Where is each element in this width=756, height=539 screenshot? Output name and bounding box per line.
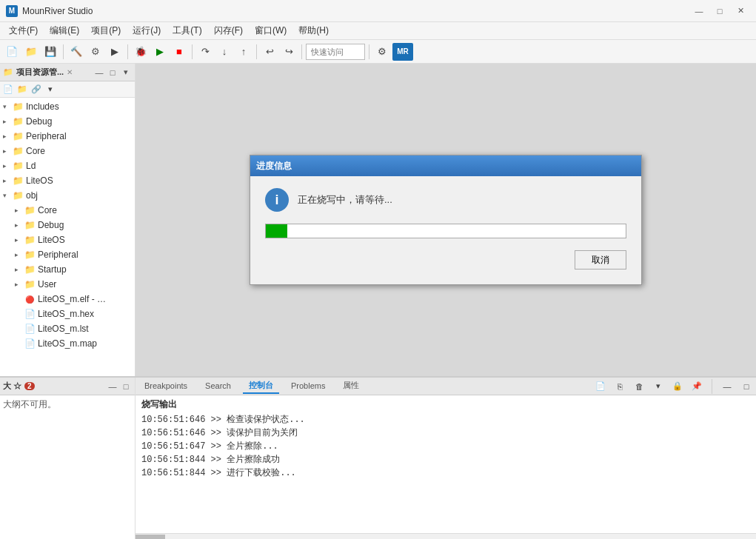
sidebar-min-btn[interactable]: — [93,67,105,78]
tb-open[interactable]: 📁 [22,43,40,61]
console-copy-btn[interactable]: ⎘ [613,380,626,393]
console-new-btn[interactable]: 📄 [594,380,607,393]
tree-node-icon: 🔴 [24,293,36,305]
console-min[interactable]: — [720,380,734,393]
tb-debug[interactable]: 🐞 [132,43,150,61]
tree-arrow-icon: ▸ [15,281,24,288]
tb-step-over[interactable]: ↷ [196,43,214,61]
quick-access-input[interactable] [306,44,365,60]
tree-item[interactable]: ▸📁Debug [0,218,135,232]
console-line: 10:56:51:844 >> 进行下载校验... [141,466,750,480]
tb-save[interactable]: 💾 [41,43,59,61]
tree-arrow-icon: ▸ [3,177,12,184]
tree-item[interactable]: 📄LiteOS_m.hex [0,307,135,321]
tb-redo[interactable]: ↪ [280,43,298,61]
minimize-button[interactable]: — [689,3,709,19]
outline-max-btn[interactable]: □ [120,381,132,392]
sidebar-max-btn[interactable]: □ [107,67,118,78]
tree-item[interactable]: ▸📁Core [0,203,135,218]
tree-node-label: obj [26,190,38,201]
console-header: BreakpointsSearch控制台Problems属性 📄 ⎘ 🗑 ▾ 🔒… [136,378,756,395]
menu-item-运行(J)[interactable]: 运行(J) [127,23,167,38]
tree-node-label: Ld [26,161,36,171]
console-tab-控制台[interactable]: 控制台 [243,378,279,394]
tree-item[interactable]: 📄LiteOS_m.lst [0,321,135,336]
console-scrollbar[interactable] [136,533,756,539]
maximize-button[interactable]: □ [710,3,729,19]
close-button[interactable]: ✕ [731,3,750,19]
menu-item-项目(P)[interactable]: 项目(P) [85,23,127,38]
editor-area: 进度信息 i 正在烧写中，请等待... 取消 [136,64,756,376]
tree-node-label: User [38,279,56,289]
tb-build[interactable]: 🔨 [67,43,85,61]
tree-item[interactable]: ▸📁User [0,277,135,292]
cancel-button[interactable]: 取消 [575,250,626,270]
console-scroll-lock[interactable]: 🔒 [671,380,684,393]
tree-item[interactable]: ▸📁Peripheral [0,247,135,262]
tb-build2[interactable]: ⚙ [87,43,104,61]
sidebar-close-icon[interactable]: ✕ [67,68,73,76]
console-tab-Problems[interactable]: Problems [285,380,331,393]
tree-node-icon: 📁 [12,145,24,157]
tb-new[interactable]: 📄 [3,43,21,61]
tree-node-icon: 📁 [24,219,36,231]
menu-item-帮助(H)[interactable]: 帮助(H) [292,23,335,38]
tb-step-out[interactable]: ↑ [235,43,252,61]
sidebar-link-btn[interactable]: 🔗 [30,83,43,96]
console-settings-btn[interactable]: ▾ [652,380,665,393]
tb-stop[interactable]: ■ [170,43,188,61]
tree-item[interactable]: ▸📁LiteOS [0,173,135,188]
tree-node-icon: 📁 [24,249,36,261]
tb-undo[interactable]: ↩ [261,43,278,61]
console-sep [712,379,712,394]
tree-item[interactable]: 🔴LiteOS_m.elf - … [0,292,135,307]
title-text: MounRiver Studio [22,6,93,16]
content-area: 📁 项目资源管... ✕ — □ ▾ 📄 📁 🔗 ▾ ▾📁Includes▸📁D… [0,64,756,376]
title-bar: M MounRiver Studio — □ ✕ [0,0,756,22]
console-scroll-thumb[interactable] [136,535,165,539]
tb-sep5 [301,44,302,59]
tree-item[interactable]: ▸📁Ld [0,158,135,173]
menu-item-工具(T)[interactable]: 工具(T) [167,23,207,38]
tree-item[interactable]: ▸📁Peripheral [0,129,135,144]
tree-item[interactable]: 📄LiteOS_m.map [0,336,135,351]
sidebar-collapse-btn[interactable]: ▾ [44,83,57,96]
tree-node-icon: 📄 [24,338,36,349]
tb-step-into[interactable]: ↓ [215,43,233,61]
console-tab-属性[interactable]: 属性 [337,378,365,394]
tree-node-icon: 📁 [24,278,36,290]
tb-settings[interactable]: ⚙ [373,43,391,61]
console-line: 10:56:51:646 >> 读保护目前为关闭 [141,426,750,440]
console-pin[interactable]: 📌 [690,380,703,393]
tb-run[interactable]: ▶ [151,43,169,61]
dialog-message: 正在烧写中，请等待... [298,193,392,207]
menu-bar: 文件(F)编辑(E)项目(P)运行(J)工具(T)闪存(F)窗口(W)帮助(H) [0,22,756,40]
menu-item-闪存(F)[interactable]: 闪存(F) [208,23,249,38]
menu-item-编辑(E)[interactable]: 编辑(E) [44,23,85,38]
menu-item-窗口(W)[interactable]: 窗口(W) [249,23,292,38]
console-max[interactable]: □ [740,380,753,393]
tree-item[interactable]: ▾📁Includes [0,99,135,114]
console-panel: BreakpointsSearch控制台Problems属性 📄 ⎘ 🗑 ▾ 🔒… [136,378,756,539]
sidebar-new-folder-btn[interactable]: 📁 [16,83,29,96]
console-tab-Search[interactable]: Search [199,380,237,393]
console-tab-Breakpoints[interactable]: Breakpoints [138,380,193,393]
tree-item[interactable]: ▸📁Core [0,144,135,158]
outline-panel: 大 ☆ 2 — □ 大纲不可用。 [0,378,136,539]
tree-item[interactable]: ▸📁LiteOS [0,232,135,247]
console-clear-btn[interactable]: 🗑 [632,380,646,393]
tree-item[interactable]: ▸📁Startup [0,262,135,277]
sidebar-menu-btn[interactable]: ▾ [120,67,132,78]
tb-sep3 [192,44,193,59]
outline-header: 大 ☆ 2 — □ [0,378,135,395]
sidebar-new-file-btn[interactable]: 📄 [1,83,15,96]
outline-min-btn[interactable]: — [107,381,118,392]
tree-item[interactable]: ▸📁Debug [0,114,135,129]
tb-build3[interactable]: ▶ [106,43,124,61]
menu-item-文件(F)[interactable]: 文件(F) [3,23,44,38]
tree-item[interactable]: ▾📁obj [0,188,135,203]
console-line: 10:56:51:647 >> 全片擦除... [141,440,750,453]
tree-arrow-icon: ▾ [3,192,12,199]
sidebar-header-left: 📁 项目资源管... ✕ [3,67,73,78]
console-content: 烧写输出 10:56:51:646 >> 检查读保护状态...10:56:51:… [136,395,756,533]
